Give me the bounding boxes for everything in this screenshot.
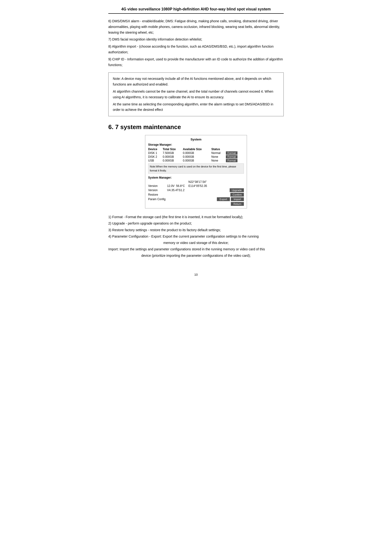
table-row: DISK 2 0.000GB 0.000GB None Format [148, 155, 244, 159]
storage-note: Note:When the memory card is used on the… [148, 163, 244, 174]
storage-table: Device Total Size Available Size Status … [148, 147, 244, 162]
system-manager: System Manager: N22°38'17.54" Version 12… [148, 176, 244, 206]
restore-label: Restore [148, 193, 167, 196]
version2-label: Version [148, 188, 167, 192]
col-total: Total Size [163, 147, 183, 151]
param-config-label: Param Config [148, 198, 167, 201]
note-box: Note: A device may not necessarily inclu… [108, 72, 284, 116]
col-device: Device [148, 147, 163, 151]
paragraph-8: 8) Algorithm import - (choose according … [108, 44, 284, 55]
storage-label: Storage Manager: [148, 143, 244, 146]
note-line1: Note: A device may not necessarily inclu… [113, 76, 279, 87]
panel-title: System [148, 138, 244, 141]
section-title: 6. 7 system maintenance [108, 123, 284, 131]
description-list: 1) Format - Format the storage card (the… [108, 214, 284, 259]
paragraph-7: 7) DMS facial recognition identity infor… [108, 37, 284, 42]
return-button[interactable]: Return [231, 202, 244, 206]
col-action [226, 147, 244, 151]
gps-row: N22°38'17.54" [148, 180, 244, 184]
header-title: 4G video surveillance 1080P high-definit… [121, 7, 271, 11]
export-button[interactable]: Export [217, 197, 230, 201]
version2-row: Version V4.35.4TS1.2 Upgrade [148, 188, 244, 192]
import-desc: Import: Import the settings and paramete… [108, 246, 284, 252]
note-line2: AI algorithm channels cannot be the same… [113, 89, 279, 100]
page-header: 4G video surveillance 1080P high-definit… [108, 7, 284, 14]
desc-4: 4) Parameter Configuration - Export: Exp… [108, 234, 284, 239]
center-line1: memory or video card storage of this dev… [108, 240, 284, 246]
col-available: Available Size [183, 147, 211, 151]
restore-row: Restore Confirm [148, 193, 244, 197]
import-button[interactable]: Import [231, 197, 244, 201]
desc-3: 3) Restore factory settings - restore th… [108, 227, 284, 233]
format-disk1-button[interactable]: Format [226, 151, 238, 155]
version1-row: Version 12.0V 56.8°C E114°05'52.35 [148, 184, 244, 187]
desc-2: 2) Upgrade - perform upgrade operations … [108, 221, 284, 226]
paragraph-6: 6) DMS/DMSX alarm - enable/disable; DMS:… [108, 19, 284, 35]
format-disk2-button[interactable]: Format [226, 155, 238, 159]
upgrade-button[interactable]: Upgrade [230, 188, 244, 192]
col-status: Status [211, 147, 226, 151]
table-row: USB 0.000GB 0.000GB None Format [148, 159, 244, 162]
desc-1: 1) Format - Format the storage card (the… [108, 214, 284, 220]
gps-coord: N22°38'17.54" [189, 180, 244, 184]
paragraph-9: 9) CHIP ID - Information export, used to… [108, 57, 284, 68]
confirm-button[interactable]: Confirm [230, 193, 244, 197]
center-line2: device (prioritize importing the paramet… [108, 253, 284, 259]
system-panel: System Storage Manager: Device Total Siz… [145, 135, 247, 208]
param-config-row: Param Config Export Import [148, 197, 244, 201]
version1-label: Version [148, 184, 167, 187]
return-row: Return [148, 202, 244, 206]
format-usb-button[interactable]: Format [226, 159, 238, 162]
note-line3: At the same time as selecting the corres… [113, 102, 279, 113]
table-row: DISK 1 7.500GB 0.000GB Normal Format [148, 151, 244, 155]
version1-gps: E114°05'52.35 [189, 184, 244, 187]
version2-val: V4.35.4TS1.2 [167, 188, 189, 192]
system-manager-label: System Manager: [148, 176, 244, 179]
page-number: 10 [108, 273, 284, 277]
